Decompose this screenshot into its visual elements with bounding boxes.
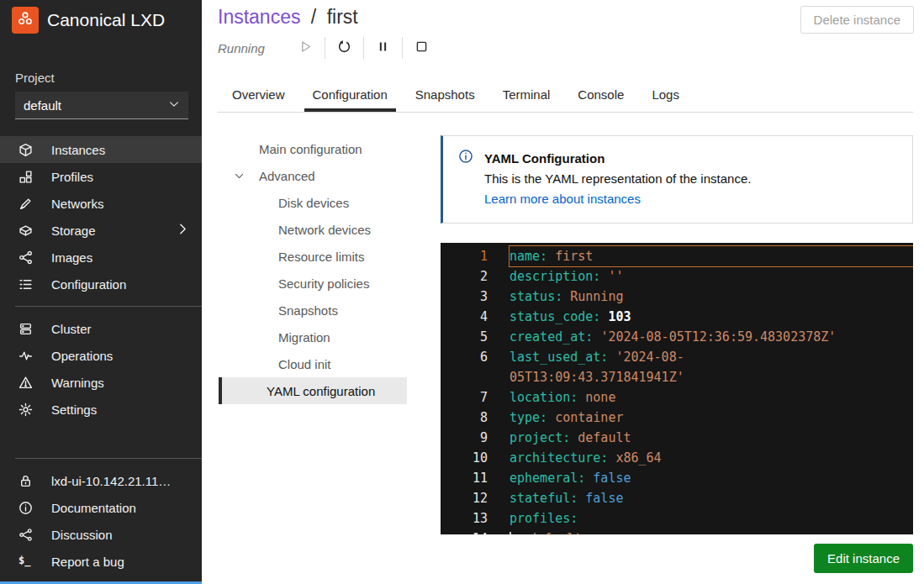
pause-instance-button[interactable] [364,36,402,60]
editor-line[interactable]: 1name: first [441,246,913,266]
sidebar-item-server-host[interactable]: lxd-ui-10.142.21.11… [0,467,202,494]
editor-line-number: 10 [441,448,488,468]
token-str: '2024-08-05T12:36:59.48302378Z' [600,329,836,345]
sidebar-item-storage[interactable]: Storage [0,217,202,244]
editor-line-content: last_used_at: '2024-08- [510,347,913,367]
editor-line-content: description: '' [510,266,913,287]
subnav-item-cloud-init[interactable]: Cloud init [219,350,407,377]
editor-line[interactable]: 10architecture: x86_64 [441,448,913,468]
subnav-item-disk-devices[interactable]: Disk devices [219,189,407,216]
instance-status: Running [218,41,273,55]
editor-line[interactable]: 11ephemeral: false [441,468,913,488]
token-bool: false [585,491,623,506]
sidebar-item-label: lxd-ui-10.142.21.11… [51,474,190,488]
token-key: name: [510,249,547,264]
editor-line[interactable]: 5created_at: '2024-08-05T12:36:59.483023… [441,327,913,347]
server-icon [18,322,33,336]
tab-logs[interactable]: Logs [652,82,679,112]
tab-configuration[interactable]: Configuration [304,82,396,112]
stop-icon [414,39,429,56]
sidebar-item-images[interactable]: Images [0,244,202,271]
yaml-editor[interactable]: 1name: first2description: ''3status: Run… [441,243,913,534]
breadcrumb-instances-link[interactable]: Instances [218,6,300,28]
sidebar-item-profiles[interactable]: Profiles [0,163,202,190]
subnav-item-advanced[interactable]: Advanced [219,162,407,189]
tab-console[interactable]: Console [578,82,624,112]
breadcrumb: Instances / first [218,3,441,30]
token-plain [562,289,570,304]
sidebar-item-report-bug[interactable]: $_Report a bug [0,548,202,575]
yaml-configuration-notification: YAML Configuration This is the YAML repr… [441,135,913,224]
editor-line[interactable]: 2description: '' [441,266,913,287]
configuration-content: Main configurationAdvancedDisk devicesNe… [202,113,924,584]
subnav-item-label: Security policies [278,276,369,291]
editor-line[interactable]: 05T13:09:43.371841941Z' [441,367,913,387]
edit-instance-button[interactable]: Edit instance [814,544,913,573]
token-str: '' [608,269,623,284]
subnav-item-network-devices[interactable]: Network devices [219,216,407,243]
restart-instance-button[interactable] [325,36,363,60]
editor-line[interactable]: 7location: none [441,387,913,408]
chevron-down-icon [234,170,245,184]
network-icon [18,197,33,211]
sidebar-item-operations[interactable]: Operations [0,342,202,369]
editor-line-number: 8 [441,408,488,428]
subnav-item-label: Disk devices [278,196,349,210]
subnav-item-security-policies[interactable]: Security policies [219,270,407,297]
sidebar-item-settings[interactable]: Settings [0,396,202,423]
sidebar-item-networks[interactable]: Networks [0,190,202,217]
subnav-item-yaml-configuration[interactable]: YAML configuration [219,377,407,404]
token-str: 05T13:09:43.371841941Z' [510,370,684,385]
sidebar-item-cluster[interactable]: Cluster [0,315,202,342]
breadcrumb-separator: / [311,6,316,28]
app-logo[interactable]: Canonical LXD [0,0,202,40]
token-key: status_code: [510,309,600,324]
sidebar-item-discussion[interactable]: Discussion [0,521,202,548]
token-val: none [585,390,615,405]
sidebar-main-nav: InstancesProfilesNetworksStorageImagesCo… [0,136,202,297]
yaml-panel: YAML Configuration This is the YAML repr… [441,135,913,584]
subnav-item-snapshots[interactable]: Snapshots [219,297,407,324]
tab-terminal[interactable]: Terminal [503,82,551,112]
sidebar-item-label: Profiles [51,170,190,184]
token-plain: - [514,531,529,534]
editor-line[interactable]: 8type: container [441,408,913,428]
editor-line[interactable]: 14- default [441,529,913,534]
sidebar-item-documentation[interactable]: Documentation [0,494,202,521]
sidebar-item-warnings[interactable]: Warnings [0,369,202,396]
stop-instance-button[interactable] [403,36,441,60]
learn-more-link[interactable]: Learn more about instances [484,192,641,206]
editor-line[interactable]: 12stateful: false [441,488,913,508]
delete-instance-button[interactable]: Delete instance [800,6,914,34]
token-key: description: [510,269,600,284]
lock-icon [18,474,33,488]
token-val: Running [570,289,623,304]
sidebar-item-label: Report a bug [51,555,190,569]
editor-line-content: created_at: '2024-08-05T12:36:59.4830237… [510,327,913,347]
editor-line-number: 5 [441,327,488,347]
token-key: created_at: [510,329,593,345]
project-select-value: default [24,98,61,113]
tab-overview[interactable]: Overview [232,82,285,112]
editor-line-content: 05T13:09:43.371841941Z' [510,367,913,387]
start-instance-button[interactable] [287,36,325,60]
editor-line-number: 4 [441,307,488,327]
subnav-item-main-configuration[interactable]: Main configuration [219,135,407,162]
subnav-item-label: Cloud init [278,357,331,371]
subnav-item-migration[interactable]: Migration [219,324,407,350]
sidebar-item-instances[interactable]: Instances [0,136,202,163]
editor-line[interactable]: 13profiles: [441,508,913,529]
editor-line[interactable]: 6last_used_at: '2024-08- [441,347,913,367]
editor-line[interactable]: 3status: Running [441,287,913,307]
pause-icon [376,39,390,56]
editor-line[interactable]: 4status_code: 103 [441,307,913,327]
sidebar-item-label: Images [51,250,190,265]
editor-line[interactable]: 9project: default [441,428,913,448]
sidebar-secondary-nav: ClusterOperationsWarningsSettings [0,315,202,423]
subnav-item-resource-limits[interactable]: Resource limits [219,243,407,270]
tab-snapshots[interactable]: Snapshots [415,82,475,112]
cube-icon [18,143,33,157]
project-select[interactable]: default [15,92,188,119]
sidebar-item-configuration[interactable]: Configuration [0,271,202,297]
project-label: Project [15,71,188,85]
